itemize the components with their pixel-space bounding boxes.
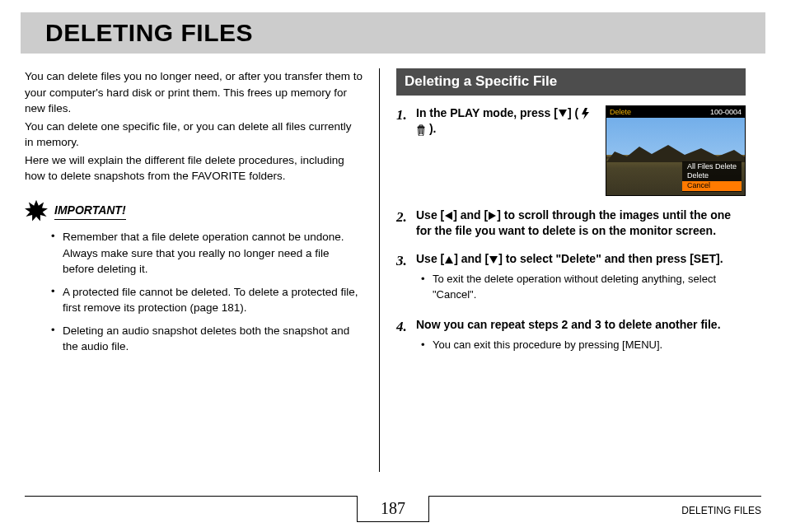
- important-list: Remember that a file delete operation ca…: [25, 229, 363, 355]
- step-instruction: Use [] and [] to scroll through the imag…: [416, 208, 731, 238]
- text-fragment: ] and [: [453, 208, 488, 222]
- text-fragment: In the PLAY mode, press [: [416, 106, 558, 119]
- step-instruction: Now you can repeat steps 2 and 3 to dele…: [416, 318, 721, 331]
- step-instruction: Use [] and [] to select "Delete" and the…: [416, 252, 723, 265]
- intro-paragraph: You can delete one specific file, or you…: [25, 119, 363, 151]
- step-sub-list: You can exit this procedure by pressing …: [416, 338, 746, 352]
- flash-icon: [582, 108, 589, 119]
- step-2: 2. Use [] and [] to scroll through the i…: [396, 208, 746, 240]
- text-fragment: ).: [426, 122, 436, 135]
- camera-menu-item-selected: Cancel: [682, 181, 742, 191]
- step-number: 2.: [396, 208, 416, 240]
- list-item: To exit the delete operation without del…: [421, 272, 746, 301]
- list-item: You can exit this procedure by pressing …: [421, 338, 746, 352]
- trash-icon: [416, 124, 426, 136]
- camera-menu-item: All Files Delete: [682, 162, 742, 172]
- step-1: 1. In the PLAY mode, press [] ( ). Delet…: [396, 105, 746, 196]
- step-4: 4. Now you can repeat steps 2 and 3 to d…: [396, 317, 746, 357]
- text-fragment: ] to select "Delete" and then press [SET…: [498, 252, 723, 265]
- list-item: Deleting an audio snapshot deletes both …: [51, 323, 363, 355]
- list-item: Remember that a file delete operation ca…: [51, 229, 363, 278]
- intro-paragraph: Here we will explain the different file …: [25, 152, 363, 184]
- text-fragment: Use [: [416, 252, 444, 265]
- mountain-silhouette-icon: [606, 142, 746, 162]
- svg-marker-0: [25, 200, 48, 222]
- intro-paragraph: You can delete files you no longer need,…: [25, 68, 363, 117]
- svg-marker-5: [606, 145, 746, 162]
- footer-section-label: DELETING FILES: [681, 505, 761, 516]
- page-number: 187: [357, 496, 429, 522]
- step-number: 3.: [396, 251, 416, 306]
- left-arrow-icon: [445, 212, 452, 220]
- text-fragment: ] and [: [454, 252, 489, 265]
- down-arrow-icon: [559, 110, 567, 117]
- important-label: IMPORTANT!: [54, 202, 126, 220]
- camera-top-bar: Delete 100-0004: [606, 106, 745, 118]
- footer: 187 DELETING FILES: [25, 496, 761, 522]
- svg-marker-1: [582, 108, 589, 119]
- section-header: Deleting a Specific File: [396, 68, 746, 96]
- starburst-icon: [25, 199, 48, 222]
- camera-top-right-label: 100-0004: [710, 107, 742, 117]
- page-title: DELETING FILES: [45, 19, 765, 47]
- step-sub-list: To exit the delete operation without del…: [416, 272, 746, 301]
- camera-menu: All Files Delete Delete Cancel: [682, 161, 742, 192]
- text-fragment: ] (: [568, 106, 582, 119]
- right-arrow-icon: [489, 212, 496, 220]
- right-column: Deleting a Specific File 1. In the PLAY …: [379, 68, 746, 472]
- up-arrow-icon: [445, 256, 453, 264]
- text-fragment: Use [: [416, 208, 444, 222]
- important-heading: IMPORTANT!: [25, 199, 363, 222]
- camera-menu-item: Delete: [682, 171, 742, 181]
- list-item: A protected file cannot be deleted. To d…: [51, 284, 363, 316]
- step-number: 4.: [396, 317, 416, 357]
- step-number: 1.: [396, 105, 416, 196]
- title-bar: DELETING FILES: [21, 12, 765, 54]
- camera-preview-image: Delete 100-0004 All Files Delete Delete …: [606, 105, 746, 196]
- down-arrow-icon: [489, 256, 498, 264]
- step-instruction: In the PLAY mode, press [] ( ).: [416, 106, 589, 136]
- left-column: You can delete files you no longer need,…: [25, 68, 379, 472]
- step-3: 3. Use [] and [] to select "Delete" and …: [396, 251, 746, 306]
- camera-top-left-label: Delete: [610, 107, 631, 117]
- content-area: You can delete files you no longer need,…: [0, 54, 786, 472]
